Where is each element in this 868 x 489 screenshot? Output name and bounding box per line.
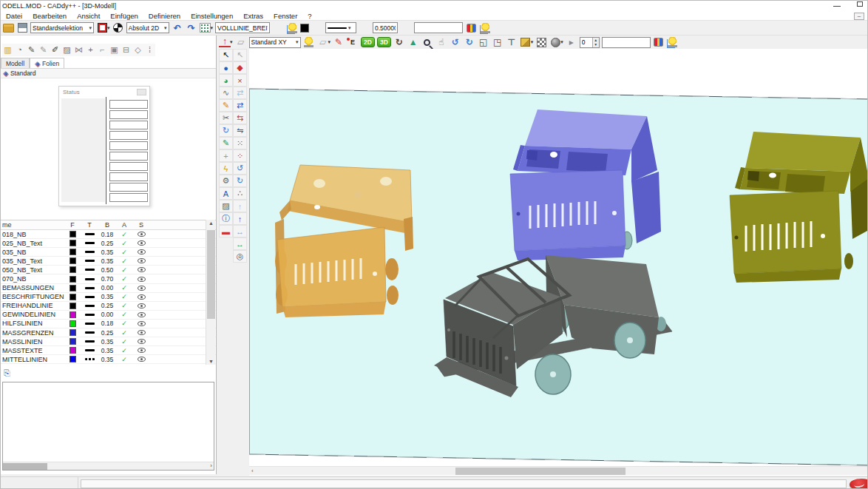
clipboard-icon[interactable]: ⎘ [4, 368, 14, 378]
select-cursor-icon[interactable]: ↖ [219, 49, 233, 61]
point-edit-icon[interactable]: ✎ [333, 36, 345, 48]
layer-active-check[interactable]: ✓ [116, 329, 132, 337]
layer-active-check[interactable]: ✓ [116, 347, 132, 354]
measure-icon[interactable]: ⊤ [506, 36, 518, 48]
table-row[interactable]: 070_NB0.70✓ [1, 274, 216, 283]
pencil-icon[interactable]: ✎ [26, 44, 37, 55]
move-swap-icon[interactable]: ⇆ [233, 112, 247, 124]
layer-visible-eye-icon[interactable] [138, 232, 146, 237]
status-field[interactable] [109, 110, 148, 119]
tab-folien[interactable]: ◈Folien [30, 58, 64, 68]
linewidth-input[interactable] [373, 22, 398, 33]
status-field[interactable] [109, 100, 148, 109]
menu-item-einstellungen[interactable]: Einstellungen [186, 12, 238, 20]
origin-sphere-icon[interactable] [113, 23, 123, 33]
plane-select-button-group[interactable]: ▱▾ [317, 36, 331, 48]
swap-icon[interactable]: ⇄ [233, 99, 247, 112]
workplane-axis-button-group[interactable]: ↑▾ [219, 38, 233, 47]
zoom-fit-icon[interactable]: ◱ [478, 36, 489, 48]
dots-five-icon[interactable]: ⁙ [233, 137, 247, 149]
layer-visible-eye-icon[interactable] [138, 267, 146, 272]
align-swap-icon[interactable]: ⇋ [233, 124, 247, 137]
menu-item-datei[interactable]: Datei [1, 12, 27, 20]
hatch-tool-icon[interactable]: ▨ [219, 200, 233, 212]
rotate-tool-icon[interactable]: ↻ [219, 124, 233, 137]
sheet-icon[interactable]: ▥ [2, 44, 13, 55]
mini-arrow-icon[interactable]: ▸ [566, 36, 577, 48]
table-row[interactable]: BESCHRIFTUNGEN0.35✓ [1, 293, 216, 302]
spin-ccw-icon[interactable]: ↺ [233, 162, 247, 175]
layer-color-swatch[interactable] [69, 329, 76, 336]
orbit-sphere-icon[interactable]: ● [219, 61, 233, 74]
status-panel-button[interactable] [137, 89, 146, 95]
status-field[interactable] [109, 121, 148, 129]
hatch-icon[interactable]: ▨ [61, 44, 72, 55]
viewport-hscrollbar[interactable]: ‹ [249, 466, 868, 475]
snap-cross-icon[interactable]: + [219, 149, 233, 162]
plane-light-icon[interactable] [304, 37, 313, 47]
col-linetype[interactable]: T [81, 221, 98, 229]
scroll-right-icon[interactable]: › [210, 462, 212, 469]
layer-color-swatch[interactable] [69, 240, 76, 246]
pencil-orange-icon[interactable]: ✎ [219, 99, 233, 112]
plane-select-button[interactable]: ▱ [317, 36, 329, 48]
menu-item-extras[interactable]: Extras [238, 12, 268, 20]
table-row[interactable]: MITTELLINIEN0.35✓ [1, 355, 216, 364]
layer-active-check[interactable]: ✓ [116, 257, 132, 265]
value-spinner-value[interactable] [580, 38, 592, 47]
corner-icon[interactable]: ⌐ [97, 44, 108, 55]
layer-active-check[interactable]: ✓ [116, 284, 132, 291]
layer-visible-eye-icon[interactable] [138, 249, 146, 254]
layer-table-scrollbar[interactable]: ▲ ▼ [206, 220, 215, 365]
layer-visible-eye-icon[interactable] [138, 339, 146, 344]
layer-color-swatch[interactable] [69, 266, 76, 273]
undo-icon[interactable]: ↶ [172, 22, 183, 34]
layer-linetype-sample[interactable] [85, 323, 95, 325]
minimize-button-icon[interactable] [833, 6, 841, 7]
pan-hand-icon[interactable]: ☝ [435, 36, 447, 48]
move-cross-icon[interactable]: + [85, 44, 96, 55]
layer-linetype-sample[interactable] [85, 349, 95, 351]
table-row[interactable]: GEWINDELINIEN0.00✓ [1, 311, 216, 320]
table-row[interactable]: ✓ [1, 364, 216, 365]
layer-linetype-sample[interactable] [85, 233, 95, 235]
layer-color-swatch[interactable] [69, 356, 76, 362]
status-field[interactable] [109, 172, 148, 181]
element-point-icon[interactable]: E [347, 36, 359, 48]
layer-linetype-sample[interactable] [85, 260, 95, 262]
polyline-edit-icon[interactable]: ∿ [219, 87, 233, 99]
layer-visible-eye-icon[interactable] [138, 294, 146, 300]
open-file-icon[interactable] [3, 24, 14, 33]
gear-icon[interactable]: ⚙ [219, 175, 233, 187]
col-color[interactable]: F [64, 221, 81, 229]
layer-visible-eye-icon[interactable] [138, 258, 146, 263]
chevron-down-icon[interactable]: ▾ [531, 39, 534, 45]
chevron-down-icon[interactable]: ▾ [107, 25, 110, 31]
page-edit-icon[interactable]: ✎ [38, 44, 49, 55]
red-part-icon[interactable]: ◆ [233, 61, 247, 74]
spin-cw-icon[interactable]: ↻ [233, 175, 247, 187]
circle-tool-icon[interactable]: ◔ [14, 44, 25, 55]
render-cube-button[interactable] [521, 38, 530, 47]
cone-view-icon[interactable]: ▲ [407, 36, 419, 48]
layer-linetype-sample[interactable] [85, 287, 95, 289]
table-row[interactable]: FREIHANDLINIE0.25✓ [1, 302, 216, 311]
layer-active-check[interactable]: ✓ [116, 240, 132, 247]
pattern-icon[interactable] [537, 38, 546, 47]
layer-active-check[interactable]: ✓ [116, 356, 132, 363]
freehand-icon[interactable]: ✐ [50, 44, 61, 55]
table-row[interactable]: 035_NB_Text0.35✓ [1, 257, 216, 266]
table-row[interactable]: 018_NB0.18✓ [1, 230, 216, 239]
status-field[interactable] [109, 193, 148, 202]
light-icon[interactable] [481, 23, 490, 33]
layer-color-swatch[interactable] [69, 276, 76, 283]
menu-item-?[interactable]: ? [302, 12, 316, 20]
menu-item-bearbeiten[interactable]: Bearbeiten [27, 12, 72, 20]
paint-icon[interactable] [467, 24, 476, 33]
chevron-down-icon[interactable]: ▾ [560, 39, 563, 45]
plane-icon[interactable]: ▱ [235, 36, 247, 48]
dots-four-icon[interactable]: ⁘ [233, 149, 247, 162]
layer-visible-eye-icon[interactable] [138, 277, 146, 282]
layer-visible-eye-icon[interactable] [138, 348, 146, 353]
table-row[interactable]: 025_NB_Text0.25✓ [1, 239, 216, 248]
